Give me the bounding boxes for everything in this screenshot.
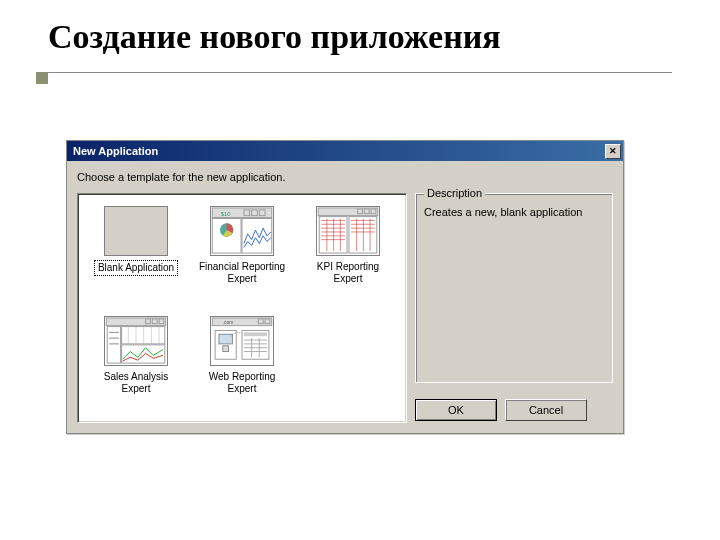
new-application-dialog: New Application ✕ Choose a template for … bbox=[66, 140, 624, 434]
close-icon: ✕ bbox=[609, 146, 617, 156]
svg-rect-10 bbox=[364, 209, 369, 214]
svg-rect-4 bbox=[259, 210, 265, 216]
svg-rect-48 bbox=[265, 319, 270, 324]
template-item-blank[interactable]: Blank Application bbox=[84, 202, 188, 310]
description-groupbox: Description Creates a new, blank applica… bbox=[415, 193, 613, 383]
template-thumb-sales bbox=[104, 316, 168, 366]
template-label: Web Reporting Expert bbox=[194, 370, 290, 396]
template-thumb-blank bbox=[104, 206, 168, 256]
accent-square bbox=[36, 72, 48, 84]
template-label: Financial Reporting Expert bbox=[194, 260, 290, 286]
dialog-instruction: Choose a template for the new applicatio… bbox=[67, 161, 623, 189]
slide-title: Создание нового приложения bbox=[0, 0, 720, 66]
svg-rect-33 bbox=[159, 319, 164, 324]
svg-rect-2 bbox=[244, 210, 250, 216]
template-label: KPI Reporting Expert bbox=[300, 260, 396, 286]
svg-rect-12 bbox=[319, 217, 347, 253]
svg-rect-51 bbox=[223, 346, 229, 352]
dialog-right-column: Description Creates a new, blank applica… bbox=[415, 193, 613, 423]
template-thumb-web: .com bbox=[210, 316, 274, 366]
template-thumb-kpi bbox=[316, 206, 380, 256]
svg-rect-32 bbox=[152, 319, 157, 324]
svg-rect-13 bbox=[349, 217, 377, 253]
template-label: Blank Application bbox=[94, 260, 178, 276]
svg-rect-53 bbox=[244, 332, 267, 336]
template-item-financial[interactable]: $10 Financial Reporting Expert bbox=[190, 202, 294, 310]
description-groupbox-title: Description bbox=[424, 187, 485, 199]
close-button[interactable]: ✕ bbox=[605, 144, 621, 159]
dialog-button-row: OK Cancel bbox=[415, 383, 613, 423]
svg-rect-11 bbox=[371, 209, 376, 214]
svg-rect-9 bbox=[358, 209, 363, 214]
dialog-title: New Application bbox=[73, 145, 158, 157]
dialog-titlebar: New Application ✕ bbox=[67, 141, 623, 161]
cancel-button[interactable]: Cancel bbox=[505, 399, 587, 421]
template-item-sales[interactable]: Sales Analysis Expert bbox=[84, 312, 188, 420]
title-rule bbox=[48, 72, 672, 73]
template-item-web[interactable]: .com bbox=[190, 312, 294, 420]
svg-rect-47 bbox=[258, 319, 263, 324]
svg-text:.com: .com bbox=[223, 320, 233, 325]
ok-button[interactable]: OK bbox=[415, 399, 497, 421]
description-text: Creates a new, blank application bbox=[424, 206, 604, 218]
template-label: Sales Analysis Expert bbox=[88, 370, 184, 396]
template-thumb-financial: $10 bbox=[210, 206, 274, 256]
svg-rect-31 bbox=[146, 319, 151, 324]
templates-pane: Blank Application $10 bbox=[77, 193, 407, 423]
dialog-body: Blank Application $10 bbox=[67, 189, 623, 433]
svg-text:$10: $10 bbox=[221, 211, 231, 217]
svg-rect-3 bbox=[252, 210, 258, 216]
template-item-kpi[interactable]: KPI Reporting Expert bbox=[296, 202, 400, 310]
